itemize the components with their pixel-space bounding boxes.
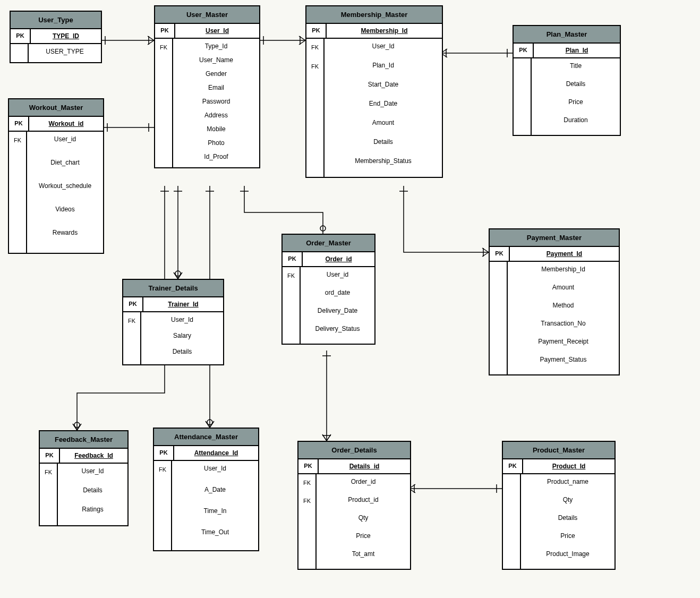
pk-field: Feedback_Id: [60, 449, 127, 463]
entity-title: Plan_Master: [514, 26, 620, 44]
pk-label: PK: [490, 247, 510, 261]
entity-product-master: Product_Master PK Product_Id Product_nam…: [502, 441, 616, 570]
pk-field: TYPE_ID: [31, 29, 101, 43]
pk-field: Order_id: [303, 252, 374, 266]
field-column: User_Id Details Ratings: [58, 464, 127, 525]
pk-label: PK: [298, 459, 319, 473]
entity-workout-master: Workout_Master PK Workout_id FK User_id …: [8, 98, 104, 254]
key-column: FK: [40, 464, 58, 525]
field-column: Membership_Id Amount Method Transaction_…: [508, 262, 619, 374]
pk-label: PK: [503, 459, 523, 473]
pk-field: Product_Id: [523, 459, 614, 473]
key-column: FK FK: [298, 474, 317, 569]
entity-title: Membership_Master: [306, 6, 442, 24]
field-column: User_Id Plan_Id Start_Date End_Date Amou…: [325, 39, 442, 177]
entity-feedback-master: Feedback_Master PK Feedback_Id FK User_I…: [39, 430, 129, 526]
pk-field: Trainer_Id: [143, 297, 223, 311]
field-column: User_Id Salary Details: [141, 312, 223, 364]
entity-title: Feedback_Master: [40, 431, 127, 449]
entity-title: Attendance_Master: [154, 429, 258, 446]
field-column: User_id Diet_chart Workout_schedule Vide…: [27, 132, 103, 253]
svg-point-17: [207, 420, 212, 425]
entity-title: Trainer_Details: [123, 280, 223, 297]
pk-field: Workout_id: [29, 117, 103, 131]
key-column: FK: [123, 312, 141, 364]
entity-trainer-details: Trainer_Details PK Trainer_Id FK User_Id…: [122, 279, 224, 365]
entity-user-master: User_Master PK User_Id FK Type_Id User_N…: [154, 5, 260, 168]
entity-membership-master: Membership_Master PK Membership_Id FK FK…: [305, 5, 443, 178]
entity-order-details: Order_Details PK Details_id FK FK Order_…: [297, 441, 411, 570]
entity-user-type: User_Type PK TYPE_ID USER_TYPE: [10, 11, 102, 63]
pk-label: PK: [123, 297, 143, 311]
entity-order-master: Order_Master PK Order_id FK User_id ord_…: [281, 234, 375, 345]
entity-payment-master: Payment_Master PK Payment_Id Membership_…: [489, 228, 620, 375]
entity-title: Order_Master: [283, 235, 374, 252]
pk-label: PK: [11, 29, 31, 43]
pk-label: PK: [306, 24, 327, 38]
entity-title: Workout_Master: [9, 99, 103, 117]
key-column: [503, 474, 521, 569]
key-column: FK: [283, 267, 301, 344]
field-column: Order_id Product_id Qty Price Tot_amt: [317, 474, 410, 569]
svg-point-15: [175, 271, 181, 276]
pk-field: User_Id: [175, 24, 259, 38]
entity-title: Product_Master: [503, 442, 614, 459]
field-column: User_id ord_date Delivery_Date Delivery_…: [301, 267, 374, 344]
key-column: FK: [155, 39, 173, 167]
pk-label: PK: [40, 449, 60, 463]
key-column: FK FK: [306, 39, 325, 177]
field-column: Type_Id User_Name Gender Email Password …: [173, 39, 259, 167]
svg-point-19: [74, 422, 80, 428]
pk-label: PK: [155, 24, 175, 38]
entity-title: User_Master: [155, 6, 259, 24]
field-column: Title Details Price Duration: [532, 58, 620, 135]
pk-field: Plan_Id: [534, 44, 620, 57]
field-column: User_Id A_Date Time_In Time_Out: [172, 461, 258, 550]
pk-field: Attendance_Id: [174, 446, 258, 460]
entity-attendance-master: Attendance_Master PK Attendance_Id FK Us…: [153, 428, 259, 551]
pk-label: PK: [9, 117, 29, 131]
key-column: FK: [9, 132, 27, 253]
entity-title: Order_Details: [298, 442, 410, 459]
pk-label: PK: [154, 446, 174, 460]
entity-plan-master: Plan_Master PK Plan_Id Title Details Pri…: [513, 25, 621, 136]
field-column: USER_TYPE: [29, 44, 101, 62]
pk-field: Membership_Id: [327, 24, 442, 38]
key-column: FK: [154, 461, 172, 550]
entity-title: User_Type: [11, 12, 101, 29]
field-column: Product_name Qty Details Price Product_I…: [521, 474, 614, 569]
pk-field: Details_id: [319, 459, 410, 473]
pk-field: Payment_Id: [510, 247, 619, 261]
svg-point-13: [320, 226, 326, 231]
key-column: [514, 58, 532, 135]
key-column: [11, 44, 29, 62]
pk-label: PK: [514, 44, 534, 57]
key-column: [490, 262, 508, 374]
pk-label: PK: [283, 252, 303, 266]
entity-title: Payment_Master: [490, 229, 619, 247]
